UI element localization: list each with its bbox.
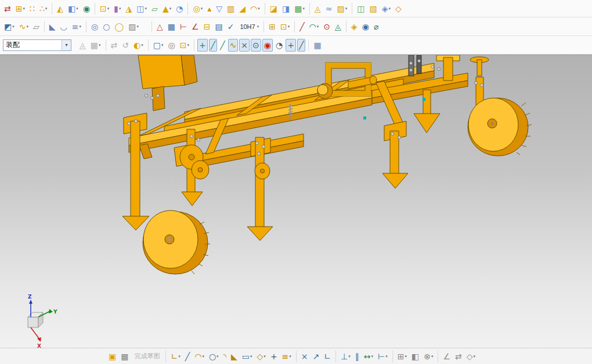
arc-tool-icon[interactable]: ◠▾ [308, 20, 321, 33]
ruled-surface-icon[interactable]: ▨▾ [335, 2, 349, 15]
chamfer-icon[interactable]: ◢ [237, 2, 247, 15]
convert-reference-icon[interactable]: ◇▾ [465, 350, 477, 363]
quick-extend-icon[interactable]: ↗ [311, 350, 322, 363]
dropdown-arrow-icon[interactable]: ▾ [302, 6, 305, 11]
snap-end-point-icon[interactable]: ╱ [209, 39, 217, 52]
snap-intersection-icon[interactable]: × [239, 39, 250, 52]
dropdown-arrow-icon[interactable]: ▾ [474, 354, 476, 359]
right-wheel[interactable] [468, 98, 532, 156]
orientation-triad[interactable]: Z Y X [28, 294, 57, 348]
viewport-canvas[interactable]: Z Y X [0, 55, 592, 348]
circle-icon[interactable]: ○▾ [207, 350, 221, 363]
datum-triangle-icon[interactable]: △ [155, 20, 165, 33]
point-icon[interactable]: ◉ [81, 2, 92, 15]
make-corner-icon[interactable]: ∟ [322, 350, 333, 363]
tube-icon[interactable]: ◯ [113, 20, 125, 33]
thicken-icon[interactable]: ▩▾ [293, 2, 306, 15]
dropdown-arrow-icon[interactable]: ▾ [250, 354, 252, 359]
dropdown-arrow-icon[interactable]: ▾ [201, 6, 203, 11]
grid-snap-icon[interactable]: ▦ [312, 39, 323, 52]
sew-icon[interactable]: ◈▾ [380, 2, 392, 15]
flange-icon[interactable]: ◣ [48, 20, 57, 33]
dropdown-arrow-icon[interactable]: ▾ [405, 354, 407, 359]
left-wheel[interactable] [143, 210, 210, 274]
dropdown-arrow-icon[interactable]: ▾ [288, 24, 290, 29]
point-icon[interactable]: + [269, 350, 279, 363]
assemble-icon[interactable]: ⊞▾ [14, 2, 27, 15]
dropdown-arrow-icon[interactable]: ▾ [136, 24, 139, 29]
dropdown-arrow-icon[interactable]: ▾ [107, 6, 110, 11]
dropdown-arrow-icon[interactable]: ▾ [202, 354, 204, 359]
dropdown-arrow-icon[interactable]: ▾ [119, 6, 121, 11]
marquee-select-icon[interactable]: ▢▾ [151, 39, 165, 52]
snap-quadrant-icon[interactable]: ◔ [274, 39, 284, 52]
dropdown-arrow-icon[interactable]: ▾ [80, 24, 82, 29]
corner-chamfer-icon[interactable]: ◣ [229, 350, 239, 363]
show-hide-icon[interactable]: ◐▾ [132, 39, 145, 52]
dropdown-arrow-icon[interactable]: ▾ [345, 6, 348, 11]
rib-icon[interactable]: ▥ [225, 2, 236, 15]
analysis-icon[interactable]: ◬ [333, 20, 343, 33]
dropdown-arrow-icon[interactable]: ▾ [141, 43, 143, 48]
cone-icon[interactable]: ◮ [124, 2, 134, 15]
line-tool-icon[interactable]: ╱ [298, 20, 306, 33]
auto-dimension-icon[interactable]: ⊢▾ [376, 350, 389, 363]
datum-plane-icon[interactable]: ◧▾ [66, 2, 80, 15]
direct-sketch-icon[interactable]: ◩▾ [2, 20, 16, 33]
sketch-relations-icon[interactable]: ∠ [441, 350, 452, 363]
mirror-curve-icon[interactable]: ◧ [410, 350, 421, 363]
snap-mid-point-icon[interactable]: ╱ [218, 39, 226, 52]
hole-icon[interactable]: ◎▾ [191, 2, 204, 15]
datum-axis-icon[interactable]: ◭ [55, 2, 65, 15]
fit-tolerance-select[interactable]: 10H7▾ [237, 20, 261, 33]
polygon-icon[interactable]: ◇▾ [255, 350, 268, 363]
snap-point-toggle[interactable]: + [197, 39, 208, 52]
assembly-environment-combo[interactable]: 装配 ▾ [3, 39, 71, 51]
parallel-constraint-icon[interactable]: ∥ [353, 350, 361, 363]
surface-patch-icon[interactable]: ▱ [31, 20, 41, 33]
sheet-body-icon[interactable]: ▱ [150, 2, 160, 15]
alternate-solution-icon[interactable]: ⇄ [453, 350, 464, 363]
split-body-icon[interactable]: ◨ [280, 2, 291, 15]
studio-spline-icon[interactable]: ∿▾ [17, 20, 30, 33]
dropdown-arrow-icon[interactable]: ▾ [388, 6, 391, 11]
cluster-points-icon[interactable]: ∴▾ [38, 2, 49, 15]
unite-icon[interactable]: ◫▾ [135, 2, 149, 15]
through-curves-icon[interactable]: ≈ [324, 2, 334, 15]
patch-icon[interactable]: ▧ [367, 2, 378, 15]
dropdown-arrow-icon[interactable]: ▾ [99, 43, 101, 48]
dropdown-arrow-icon[interactable]: ▾ [385, 354, 388, 359]
snap-arc-center-icon[interactable]: ⊙ [251, 39, 261, 52]
coil-icon[interactable]: ○ [101, 20, 111, 33]
rectangle-icon[interactable]: ▭▾ [240, 350, 254, 363]
snap-point-on-curve-icon[interactable]: ╱ [297, 39, 305, 52]
deviation-gauge-icon[interactable]: ◉ [360, 20, 371, 33]
boss-icon[interactable]: ▴ [205, 2, 213, 15]
pattern-curve-icon[interactable]: ⊞▾ [396, 350, 409, 363]
fillet-icon[interactable]: ◝ [222, 350, 228, 363]
dropdown-arrow-icon[interactable]: ▾ [317, 24, 319, 29]
assembly-constraint-icon[interactable]: ⊞ [267, 20, 277, 33]
dropdown-arrow-icon[interactable]: ▾ [348, 354, 351, 359]
trim-body-icon[interactable]: ◪ [268, 2, 279, 15]
dropdown-arrow-icon[interactable]: ▾ [12, 24, 15, 29]
finish-sketch-icon[interactable]: ▣ [107, 350, 118, 363]
cylinder-icon[interactable]: ▮▾ [112, 2, 122, 15]
dropdown-arrow-icon[interactable]: ▾ [263, 354, 266, 359]
hatch-icon[interactable]: ▨▾ [127, 20, 140, 33]
sphere-select-icon[interactable]: ◎ [166, 39, 176, 52]
extrude-icon[interactable]: ▲▾ [161, 2, 173, 15]
measure-icon[interactable]: ⌀ [372, 20, 380, 33]
dropdown-arrow-icon[interactable]: ▾ [178, 354, 181, 359]
profile-icon[interactable]: ∟▾ [169, 350, 182, 363]
contour-flange-icon[interactable]: ≡▾ [70, 20, 83, 33]
combo-dropdown-icon[interactable]: ▾ [62, 40, 71, 50]
snap-circle-center-icon[interactable]: ◉ [262, 39, 273, 52]
offset-surface-icon[interactable]: ◫ [355, 2, 366, 15]
pocket-icon[interactable]: ▽ [214, 2, 224, 15]
dropdown-arrow-icon[interactable]: ▾ [45, 6, 48, 11]
snap-existing-point-icon[interactable]: + [286, 39, 296, 52]
surface-finish-icon[interactable]: ✓ [226, 20, 236, 33]
part-family-table-icon[interactable]: ▦ [166, 20, 177, 33]
intersection-curve-icon[interactable]: ⊗▾ [422, 350, 435, 363]
